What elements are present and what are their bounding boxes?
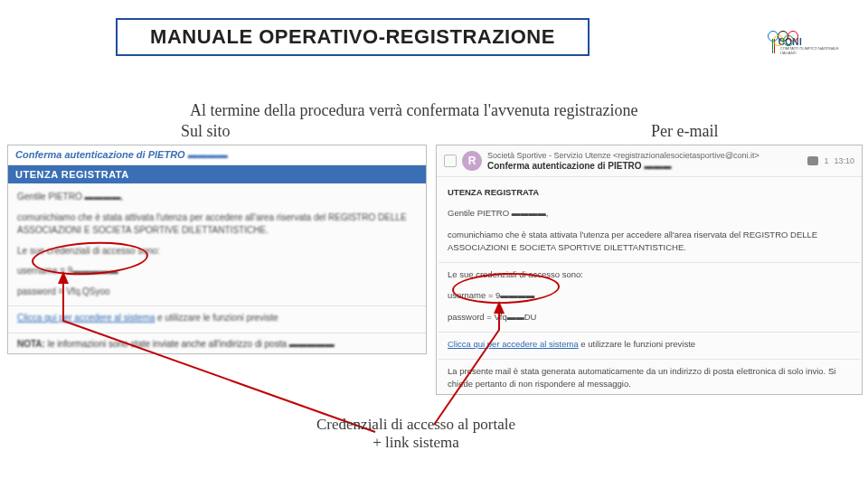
email-time: 13:10 <box>834 156 854 165</box>
site-access-link-row: Clicca qui per accedere al sistema e uti… <box>17 312 417 325</box>
email-footer-note: La presente mail è stata generata automa… <box>448 365 851 391</box>
recipients-count: 1 <box>824 156 828 165</box>
email-confirmation-panel: R Società Sportive - Servizio Utenze <re… <box>436 145 863 395</box>
email-cred-pass: password = Vfq▬▬DU <box>448 311 851 324</box>
email-access-link[interactable]: Clicca qui per accedere al sistema <box>448 339 579 349</box>
site-body: comunichiamo che è stata attivata l'uten… <box>17 211 417 238</box>
recipients-icon <box>807 156 818 165</box>
email-subject: Conferma autenticazione di PIETRO ▬▬▬ <box>487 161 760 171</box>
site-access-link[interactable]: Clicca qui per accedere al sistema <box>17 313 155 323</box>
coni-sub: COMITATO OLIMPICO NAZIONALE ITALIANO <box>780 47 844 55</box>
annotation-caption: Credenziali di accesso al portale + link… <box>316 416 515 452</box>
email-greeting: Gentile PIETRO ▬▬▬▬, <box>448 207 851 220</box>
checkbox-icon <box>444 155 457 167</box>
column-label-email: Per e-mail <box>651 122 718 141</box>
page-title: MANUALE OPERATIVO-REGISTRAZIONE <box>150 27 555 47</box>
email-body: comunichiamo che è stata attivata l'uten… <box>448 229 851 255</box>
intro-text: Al termine della procedura verrà conferm… <box>190 101 638 120</box>
sender-avatar: R <box>462 151 482 171</box>
site-nota: NOTA: le informazioni sono state inviate… <box>17 339 417 349</box>
email-access-link-row: Clicca qui per accedere al sistema e uti… <box>448 338 851 351</box>
site-title: Conferma autenticazione di PIETRO ▬▬▬▬ <box>15 149 228 160</box>
site-section-heading: UTENZA REGISTRATA <box>8 165 426 183</box>
title-box: MANUALE OPERATIVO-REGISTRAZIONE <box>116 18 590 56</box>
email-section-heading: UTENZA REGISTRATA <box>448 186 851 199</box>
column-label-site: Sul sito <box>181 122 231 141</box>
email-sender: Società Sportive - Servizio Utenze <regi… <box>487 151 760 160</box>
site-greeting: Gentile PIETRO ▬▬▬▬, <box>17 191 417 204</box>
site-cred-pass: password = Vfq.QSyoo <box>17 286 417 299</box>
coni-logo: CONI COMITATO OLIMPICO NAZIONALE ITALIAN… <box>768 16 844 60</box>
olympic-rings-icon <box>768 31 794 45</box>
